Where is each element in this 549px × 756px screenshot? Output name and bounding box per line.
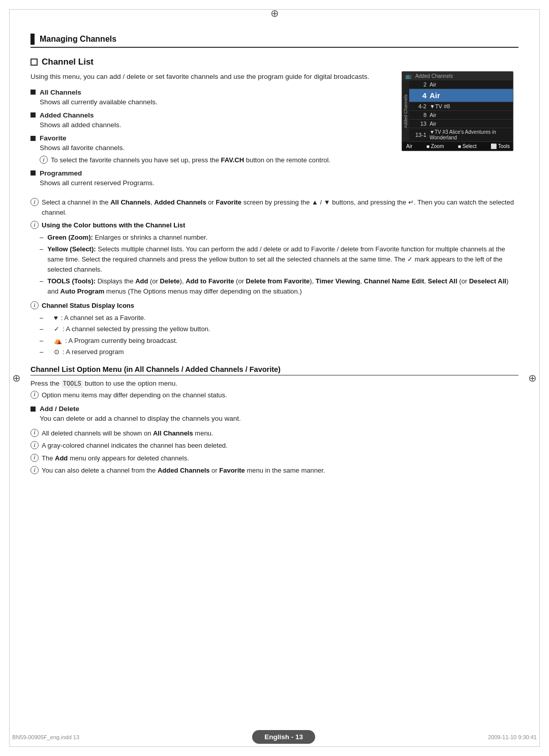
cl-header-icon: 📺 xyxy=(405,73,411,79)
note-icon-color: i xyxy=(30,221,39,229)
note-icon-differ: i xyxy=(30,391,39,399)
page-number-box: English - 13 xyxy=(252,730,315,744)
black-square-icon xyxy=(30,90,36,95)
status-broadcast: – ⛺ : A Program currently being broadcas… xyxy=(40,336,518,346)
added-channels-section: Added Channels Shows all added channels. xyxy=(30,111,391,130)
bullet-tools-text: TOOLS (Tools): Displays the Add (or Dele… xyxy=(47,276,518,297)
all-channels-title: All Channels xyxy=(30,89,391,96)
added-channels-desc: Shows all added channels. xyxy=(40,120,391,130)
note-ad1-text: All deleted channels will be shown on Al… xyxy=(42,428,518,439)
section-title-bar: Managing Channels xyxy=(30,34,518,48)
broadcast-icon: ⛺ xyxy=(54,336,62,346)
note-icon-status: i xyxy=(30,301,39,309)
favorite-title: Favorite xyxy=(30,134,391,142)
note-color-title: Using the Color buttons with the Channel… xyxy=(42,220,518,230)
note-select-text: Select a channel in the All Channels, Ad… xyxy=(42,197,518,217)
cl-header-row: 📺 Added Channels xyxy=(402,72,513,80)
dash-reserved: – xyxy=(40,347,50,357)
main-sections: i Select a channel in the All Channels, … xyxy=(30,197,518,476)
status-icons-list: – ♥ : A channel set as a Favorite. – ✓ :… xyxy=(40,313,518,357)
page-footer: BN59-00905F_eng.indd 13 English - 13 200… xyxy=(12,730,537,744)
programmed-title: Programmed xyxy=(30,169,391,177)
status-check: – ✓ : A channel selected by pressing the… xyxy=(40,324,518,334)
favorite-desc: Shows all favorite channels. xyxy=(40,143,391,153)
status-broadcast-text: : A Program currently being broadcast. xyxy=(65,336,177,346)
note-add-delete-1: i All deleted channels will be shown on … xyxy=(30,428,518,439)
note-icon-ad1: i xyxy=(30,429,39,437)
note-add-delete-3: i The Add menu only appears for deleted … xyxy=(30,453,518,463)
reserved-icon: ⊙ xyxy=(54,347,59,357)
status-reserved-text: : A reserved program xyxy=(63,347,124,357)
dash-heart: – xyxy=(40,313,50,323)
footer-left: BN59-00905F_eng.indd 13 xyxy=(12,734,79,740)
cl-sidebar-label: Added Channels xyxy=(402,80,409,142)
channel-list-heading: Channel List xyxy=(30,57,518,67)
add-delete-title: Add / Delete xyxy=(30,405,518,413)
programmed-section: Programmed Shows all current reserved Pr… xyxy=(30,169,391,188)
cl-rows-container: 2 Air 4 Air 4-2 ▼TV #8 8 xyxy=(409,80,513,142)
note-status-icons: i Channel Status Display Icons xyxy=(30,301,518,311)
note-option-differ: i Option menu items may differ depending… xyxy=(30,390,518,400)
press-tools-text: Press the TOOLS button to use the option… xyxy=(30,380,518,388)
cl-row-13-1: 13-1 ▼TV #3 Alice's Adventures in Wonder… xyxy=(409,128,513,142)
note-icon-select: i xyxy=(30,198,39,206)
dash-broadcast: – xyxy=(40,336,50,346)
title-bar-accent xyxy=(30,34,35,45)
cl-row-2: 2 Air xyxy=(409,80,513,89)
cl-footer: Air ■ Zoom ■ Select ⬜ Tools xyxy=(402,142,513,151)
status-icons-title: Channel Status Display Icons xyxy=(42,301,518,311)
bullet-yellow-text: Yellow (Select): Selects multiple channe… xyxy=(47,244,518,275)
black-square-icon-2 xyxy=(30,112,36,118)
note-add-delete-4: i You can also delete a channel from the… xyxy=(30,466,518,476)
note-ad2-text: A gray-colored channel indicates the cha… xyxy=(42,441,518,451)
checkbox-icon xyxy=(30,59,38,66)
footer-right: 2009-11-10 9:30:41 xyxy=(488,734,537,740)
cl-row-8: 8 Air xyxy=(409,111,513,120)
note-icon-ad2: i xyxy=(30,441,39,449)
channel-list-screenshot: 📺 Added Channels Added Channels 2 Air 4 … xyxy=(402,71,513,151)
cl-row-4: 4 Air xyxy=(409,89,513,102)
black-square-icon-3 xyxy=(30,136,36,141)
left-column: Using this menu, you can add / delete or… xyxy=(30,71,391,192)
check-icon: ✓ xyxy=(54,324,59,334)
status-reserved: – ⊙ : A reserved program xyxy=(40,347,518,357)
all-channels-section: All Channels Shows all currently availab… xyxy=(30,89,391,107)
favorite-note-text: To select the favorite channels you have… xyxy=(51,155,391,165)
page-number-label: English - 13 xyxy=(264,733,303,741)
added-channels-title: Added Channels xyxy=(30,111,391,119)
status-heart-text: : A channel set as a Favorite. xyxy=(61,313,146,323)
color-buttons-list: – Green (Zoom): Enlarges or shrinks a ch… xyxy=(40,232,518,297)
status-heart: – ♥ : A channel set as a Favorite. xyxy=(40,313,518,323)
note-color-buttons: i Using the Color buttons with the Chann… xyxy=(30,220,518,230)
add-delete-section: Add / Delete You can delete or add a cha… xyxy=(30,405,518,424)
note-icon-ad4: i xyxy=(30,466,39,474)
intro-paragraph: Using this menu, you can add / delete or… xyxy=(30,71,391,82)
bullet-green-text: Green (Zoom): Enlarges or shrinks a chan… xyxy=(47,232,207,243)
black-square-icon-4 xyxy=(30,170,36,176)
add-delete-desc: You can delete or add a channel to displ… xyxy=(40,414,518,424)
favorite-section: Favorite Shows all favorite channels. i … xyxy=(30,134,391,165)
section-title: Managing Channels xyxy=(40,35,116,44)
note-ad3-text: The Add menu only appears for deleted ch… xyxy=(42,453,518,463)
dash-check: – xyxy=(40,324,50,334)
black-square-icon-5 xyxy=(30,406,36,412)
cl-row-13: 13 Air xyxy=(409,120,513,128)
channel-list-image: 📺 Added Channels Added Channels 2 Air 4 … xyxy=(402,71,518,192)
note-icon-fav: i xyxy=(40,156,48,164)
heart-icon: ♥ xyxy=(54,313,58,323)
note-icon-ad3: i xyxy=(30,454,39,462)
top-compass-icon: ⊕ xyxy=(0,0,549,23)
bullet-tools: – TOOLS (Tools): Displays the Add (or De… xyxy=(40,276,518,297)
programmed-desc: Shows all current reserved Programs. xyxy=(40,178,391,188)
cl-row-4-2: 4-2 ▼TV #8 xyxy=(409,102,513,111)
all-channels-desc: Shows all currently available channels. xyxy=(40,97,391,107)
note-ad4-text: You can also delete a channel from the A… xyxy=(42,466,518,476)
bullet-yellow: – Yellow (Select): Selects multiple chan… xyxy=(40,244,518,275)
status-check-text: : A channel selected by pressing the yel… xyxy=(63,324,210,334)
bullet-green: – Green (Zoom): Enlarges or shrinks a ch… xyxy=(40,232,518,243)
option-menu-title: Channel List Option Menu (in All Channel… xyxy=(30,365,518,375)
channel-list-title: Channel List xyxy=(42,57,94,67)
note-add-delete-2: i A gray-colored channel indicates the c… xyxy=(30,441,518,451)
note-differ-text: Option menu items may differ depending o… xyxy=(42,390,518,400)
note-select-channel: i Select a channel in the All Channels, … xyxy=(30,197,518,217)
